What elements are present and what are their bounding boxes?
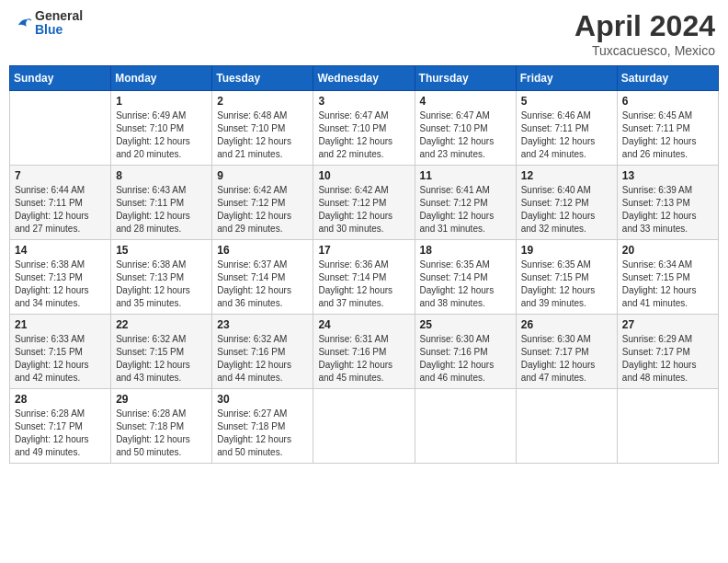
day-number: 3 (318, 95, 409, 108)
day-number: 1 (116, 95, 207, 108)
weekday-header: Thursday (415, 66, 516, 91)
weekday-header: Saturday (617, 66, 718, 91)
calendar-cell: 12Sunrise: 6:40 AM Sunset: 7:12 PM Dayli… (516, 166, 617, 240)
day-number: 12 (521, 169, 612, 182)
day-info: Sunrise: 6:35 AM Sunset: 7:15 PM Dayligh… (521, 259, 612, 310)
calendar-cell: 14Sunrise: 6:38 AM Sunset: 7:13 PM Dayli… (10, 240, 111, 315)
day-number: 23 (217, 318, 308, 331)
day-number: 9 (217, 169, 308, 182)
weekday-header-row: SundayMondayTuesdayWednesdayThursdayFrid… (10, 66, 719, 91)
day-number: 8 (116, 169, 207, 182)
calendar-cell: 11Sunrise: 6:41 AM Sunset: 7:12 PM Dayli… (415, 166, 516, 240)
day-number: 30 (217, 393, 308, 406)
day-info: Sunrise: 6:48 AM Sunset: 7:10 PM Dayligh… (217, 109, 308, 161)
logo-bird-icon (13, 13, 33, 33)
day-number: 5 (521, 95, 612, 108)
month-title: April 2024 (574, 9, 715, 43)
calendar-cell: 29Sunrise: 6:28 AM Sunset: 7:18 PM Dayli… (111, 389, 212, 464)
page-header: General Blue April 2024 Tuxcacuesco, Mex… (9, 9, 719, 58)
day-number: 25 (420, 318, 511, 331)
day-info: Sunrise: 6:31 AM Sunset: 7:16 PM Dayligh… (318, 333, 409, 385)
title-block: April 2024 Tuxcacuesco, Mexico (574, 9, 715, 58)
calendar-cell (10, 91, 111, 166)
calendar-cell: 18Sunrise: 6:35 AM Sunset: 7:14 PM Dayli… (415, 240, 516, 315)
day-number: 24 (318, 318, 409, 331)
day-info: Sunrise: 6:36 AM Sunset: 7:14 PM Dayligh… (318, 259, 409, 310)
day-number: 6 (622, 95, 713, 108)
day-number: 2 (217, 95, 308, 108)
day-info: Sunrise: 6:49 AM Sunset: 7:10 PM Dayligh… (116, 109, 207, 161)
logo-text: General Blue (35, 9, 83, 38)
calendar-table: SundayMondayTuesdayWednesdayThursdayFrid… (9, 65, 719, 464)
day-number: 20 (622, 244, 713, 257)
calendar-cell: 30Sunrise: 6:27 AM Sunset: 7:18 PM Dayli… (212, 389, 313, 464)
day-number: 14 (15, 244, 106, 257)
calendar-week-row: 7Sunrise: 6:44 AM Sunset: 7:11 PM Daylig… (10, 166, 719, 240)
calendar-cell (617, 389, 718, 464)
calendar-cell: 15Sunrise: 6:38 AM Sunset: 7:13 PM Dayli… (111, 240, 212, 315)
calendar-week-row: 28Sunrise: 6:28 AM Sunset: 7:17 PM Dayli… (10, 389, 719, 464)
logo-blue-text: Blue (35, 23, 83, 37)
logo: General Blue (13, 9, 83, 38)
day-number: 18 (420, 244, 511, 257)
day-info: Sunrise: 6:38 AM Sunset: 7:13 PM Dayligh… (116, 259, 207, 310)
calendar-cell: 23Sunrise: 6:32 AM Sunset: 7:16 PM Dayli… (212, 315, 313, 389)
day-number: 7 (15, 169, 106, 182)
day-number: 13 (622, 169, 713, 182)
calendar-cell: 21Sunrise: 6:33 AM Sunset: 7:15 PM Dayli… (10, 315, 111, 389)
day-number: 19 (521, 244, 612, 257)
calendar-cell (313, 389, 415, 464)
day-info: Sunrise: 6:32 AM Sunset: 7:15 PM Dayligh… (116, 333, 207, 385)
calendar-cell: 6Sunrise: 6:45 AM Sunset: 7:11 PM Daylig… (617, 91, 718, 166)
day-info: Sunrise: 6:34 AM Sunset: 7:15 PM Dayligh… (622, 259, 713, 310)
day-number: 28 (15, 393, 106, 406)
day-info: Sunrise: 6:40 AM Sunset: 7:12 PM Dayligh… (521, 184, 612, 236)
day-info: Sunrise: 6:30 AM Sunset: 7:16 PM Dayligh… (420, 333, 511, 385)
day-info: Sunrise: 6:44 AM Sunset: 7:11 PM Dayligh… (15, 184, 106, 236)
calendar-week-row: 14Sunrise: 6:38 AM Sunset: 7:13 PM Dayli… (10, 240, 719, 315)
day-number: 21 (15, 318, 106, 331)
day-number: 29 (116, 393, 207, 406)
logo-general: General (35, 9, 83, 23)
day-info: Sunrise: 6:32 AM Sunset: 7:16 PM Dayligh… (217, 333, 308, 385)
weekday-header: Tuesday (212, 66, 313, 91)
day-info: Sunrise: 6:30 AM Sunset: 7:17 PM Dayligh… (521, 333, 612, 385)
calendar-cell: 3Sunrise: 6:47 AM Sunset: 7:10 PM Daylig… (313, 91, 415, 166)
day-info: Sunrise: 6:42 AM Sunset: 7:12 PM Dayligh… (217, 184, 308, 236)
calendar-cell: 5Sunrise: 6:46 AM Sunset: 7:11 PM Daylig… (516, 91, 617, 166)
day-info: Sunrise: 6:41 AM Sunset: 7:12 PM Dayligh… (420, 184, 511, 236)
calendar-cell: 17Sunrise: 6:36 AM Sunset: 7:14 PM Dayli… (313, 240, 415, 315)
calendar-cell (415, 389, 516, 464)
day-info: Sunrise: 6:27 AM Sunset: 7:18 PM Dayligh… (217, 408, 308, 459)
day-number: 17 (318, 244, 409, 257)
day-info: Sunrise: 6:43 AM Sunset: 7:11 PM Dayligh… (116, 184, 207, 236)
calendar-week-row: 21Sunrise: 6:33 AM Sunset: 7:15 PM Dayli… (10, 315, 719, 389)
calendar-cell: 19Sunrise: 6:35 AM Sunset: 7:15 PM Dayli… (516, 240, 617, 315)
calendar-cell: 2Sunrise: 6:48 AM Sunset: 7:10 PM Daylig… (212, 91, 313, 166)
calendar-cell: 7Sunrise: 6:44 AM Sunset: 7:11 PM Daylig… (10, 166, 111, 240)
day-number: 22 (116, 318, 207, 331)
day-info: Sunrise: 6:33 AM Sunset: 7:15 PM Dayligh… (15, 333, 106, 385)
calendar-cell: 16Sunrise: 6:37 AM Sunset: 7:14 PM Dayli… (212, 240, 313, 315)
calendar-cell: 9Sunrise: 6:42 AM Sunset: 7:12 PM Daylig… (212, 166, 313, 240)
location: Tuxcacuesco, Mexico (574, 43, 715, 58)
weekday-header: Monday (111, 66, 212, 91)
calendar-cell: 25Sunrise: 6:30 AM Sunset: 7:16 PM Dayli… (415, 315, 516, 389)
day-info: Sunrise: 6:28 AM Sunset: 7:17 PM Dayligh… (15, 408, 106, 459)
day-number: 4 (420, 95, 511, 108)
day-number: 15 (116, 244, 207, 257)
calendar-cell: 10Sunrise: 6:42 AM Sunset: 7:12 PM Dayli… (313, 166, 415, 240)
calendar-cell: 26Sunrise: 6:30 AM Sunset: 7:17 PM Dayli… (516, 315, 617, 389)
calendar-cell: 4Sunrise: 6:47 AM Sunset: 7:10 PM Daylig… (415, 91, 516, 166)
day-number: 16 (217, 244, 308, 257)
day-info: Sunrise: 6:46 AM Sunset: 7:11 PM Dayligh… (521, 109, 612, 161)
day-number: 26 (521, 318, 612, 331)
calendar-cell: 22Sunrise: 6:32 AM Sunset: 7:15 PM Dayli… (111, 315, 212, 389)
weekday-header: Sunday (10, 66, 111, 91)
weekday-header: Friday (516, 66, 617, 91)
calendar-cell: 8Sunrise: 6:43 AM Sunset: 7:11 PM Daylig… (111, 166, 212, 240)
day-info: Sunrise: 6:29 AM Sunset: 7:17 PM Dayligh… (622, 333, 713, 385)
weekday-header: Wednesday (313, 66, 415, 91)
day-number: 11 (420, 169, 511, 182)
day-info: Sunrise: 6:39 AM Sunset: 7:13 PM Dayligh… (622, 184, 713, 236)
